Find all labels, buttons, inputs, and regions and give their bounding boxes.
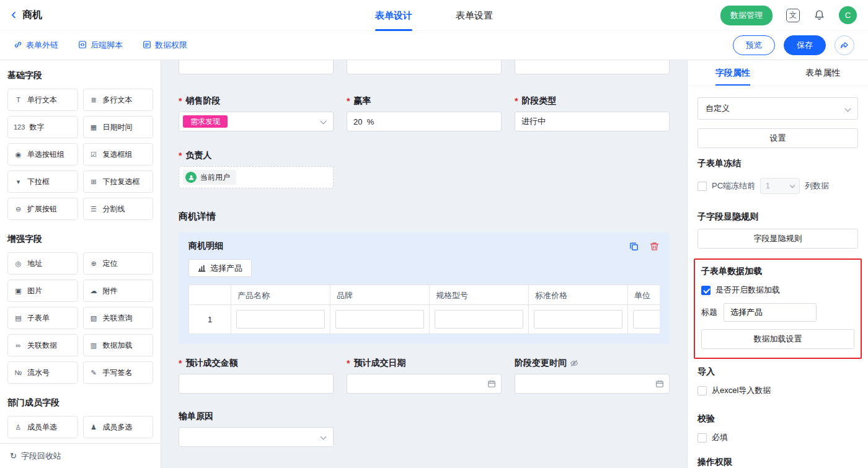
eye-off-icon: [570, 359, 578, 368]
stage-change-time-input[interactable]: [515, 374, 670, 394]
field-number[interactable]: 123数字: [7, 116, 78, 138]
field-divider[interactable]: ☰分割线: [83, 198, 154, 220]
back-icon[interactable]: ‹: [11, 7, 16, 22]
field-recycle-bin[interactable]: ↻ 字段回收站: [0, 443, 161, 468]
field-address[interactable]: ◎地址: [7, 252, 78, 275]
field-label: 阶段类型: [515, 95, 670, 107]
subform-card-selected[interactable]: 商机明细 选择产品 产品名称 品牌 规格型号: [179, 232, 670, 344]
field-serial-number[interactable]: №流水号: [7, 361, 78, 384]
table-cell: [430, 305, 529, 333]
validate-section-title: 校验: [698, 413, 858, 425]
cell-input-product-name[interactable]: [236, 310, 325, 329]
clipped-input[interactable]: [515, 60, 670, 74]
tab-form-properties[interactable]: 表单属性: [778, 60, 868, 86]
backend-script-link[interactable]: 后端脚本: [78, 40, 123, 51]
field-single-line-text[interactable]: T单行文本: [7, 89, 78, 111]
field-checkbox-group[interactable]: ☑复选框组: [83, 143, 154, 166]
stage-type-field[interactable]: 阶段类型: [515, 95, 670, 131]
lose-reason-field[interactable]: 输单原因: [179, 411, 334, 447]
field-label: 负责人: [179, 150, 334, 161]
visibility-section-title: 子字段显隐规则: [698, 211, 858, 223]
field-select[interactable]: ▾下拉框: [7, 170, 78, 193]
freeze-count-select[interactable]: 1: [760, 178, 800, 194]
expected-amount-input[interactable]: [179, 374, 334, 394]
table-cell: [529, 305, 628, 333]
field-label: 输单原因: [179, 411, 334, 422]
current-user-tag: 当前用户: [183, 170, 236, 185]
expected-amount-field[interactable]: 预计成交金额: [179, 358, 334, 394]
cell-input-brand[interactable]: [335, 310, 424, 329]
bell-icon[interactable]: [813, 9, 825, 21]
share-button[interactable]: [835, 35, 854, 55]
app-header: ‹ 商机 表单设计 表单设置 数据管理 文 C: [0, 0, 868, 31]
data-load-enable-checkbox[interactable]: [701, 286, 711, 295]
data-load-setting-button[interactable]: 数据加载设置: [701, 329, 854, 349]
preview-button[interactable]: 预览: [733, 35, 775, 55]
save-button[interactable]: 保存: [784, 35, 826, 55]
lose-reason-select[interactable]: [179, 427, 334, 447]
calendar-icon: ▦: [89, 123, 99, 131]
field-signature[interactable]: ✎手写签名: [83, 361, 154, 384]
expected-date-input[interactable]: [347, 374, 502, 394]
translate-icon[interactable]: 文: [786, 9, 800, 22]
text-multi-icon: ≣: [89, 96, 99, 104]
required-checkbox[interactable]: [698, 433, 707, 443]
cell-input-spec[interactable]: [435, 310, 523, 329]
field-subform[interactable]: ▤子表单: [7, 307, 78, 329]
section-title-basic: 基础字段: [7, 70, 153, 81]
clipped-input[interactable]: [347, 60, 502, 74]
cell-input-unit[interactable]: [633, 310, 660, 329]
trash-icon[interactable]: [649, 241, 660, 252]
copy-icon[interactable]: [629, 241, 639, 252]
section-title-enhanced: 增强字段: [7, 234, 153, 245]
field-attachment[interactable]: ☁附件: [83, 280, 154, 302]
clipped-input[interactable]: [179, 60, 334, 74]
form-canvas: 销售阶段 需求发现 赢率 阶段类型 负责人: [161, 60, 687, 468]
expected-date-field[interactable]: 预计成交日期: [347, 358, 502, 394]
field-datetime[interactable]: ▦日期时间: [83, 116, 154, 138]
tab-field-properties[interactable]: 字段属性: [688, 60, 778, 86]
win-rate-input[interactable]: [347, 112, 502, 131]
field-member-single[interactable]: ♙成员单选: [7, 416, 78, 438]
excel-import-checkbox[interactable]: [698, 386, 707, 395]
select-product-button[interactable]: 选择产品: [188, 259, 252, 277]
field-label: 销售阶段: [179, 95, 334, 107]
visibility-rule-button[interactable]: 字段显隐规则: [698, 229, 858, 249]
data-permission-link[interactable]: 数据权限: [143, 40, 187, 51]
field-data-load[interactable]: ▥数据加载: [83, 334, 154, 356]
tab-form-settings[interactable]: 表单设置: [456, 0, 493, 31]
owner-field[interactable]: 负责人 当前用户: [179, 150, 334, 188]
form-external-link[interactable]: 表单外链: [14, 40, 58, 51]
column-header: 单位: [628, 285, 660, 305]
win-rate-field[interactable]: 赢率: [347, 95, 502, 131]
stage-type-input[interactable]: [515, 112, 670, 131]
data-load-title-input[interactable]: [724, 303, 817, 322]
column-header-index: [189, 285, 231, 305]
stage-change-time-field[interactable]: 阶段变更时间: [515, 358, 670, 394]
field-location[interactable]: ⊕定位: [83, 252, 154, 275]
column-header: 标准价格: [529, 285, 628, 305]
number-icon: 123: [14, 123, 25, 131]
field-extend-button[interactable]: ⊖扩展按钮: [7, 198, 78, 220]
cell-input-price[interactable]: [534, 310, 622, 329]
avatar[interactable]: C: [839, 6, 857, 24]
field-multi-select[interactable]: ⊞下拉复选框: [83, 170, 154, 193]
column-header: 规格型号: [430, 285, 529, 305]
field-multi-line-text[interactable]: ≣多行文本: [83, 89, 154, 111]
freeze-checkbox[interactable]: [698, 182, 707, 191]
column-header: 品牌: [330, 285, 430, 305]
tab-form-design[interactable]: 表单设计: [375, 0, 412, 31]
title-setting-button[interactable]: 设置: [698, 128, 858, 148]
field-member-multi[interactable]: ♟成员多选: [83, 416, 154, 438]
dropdown-multi-icon: ⊞: [89, 178, 99, 186]
title-mode-select[interactable]: 自定义: [698, 97, 858, 120]
data-manage-button[interactable]: 数据管理: [720, 6, 773, 25]
sales-stage-select[interactable]: 需求发现: [179, 112, 334, 131]
sales-stage-field[interactable]: 销售阶段 需求发现: [179, 95, 334, 131]
field-linked-query[interactable]: ▧关联查询: [83, 307, 154, 329]
owner-picker[interactable]: 当前用户: [179, 166, 334, 188]
field-radio-group[interactable]: ◉单选按钮组: [7, 143, 78, 166]
field-linked-data[interactable]: ∞关联数据: [7, 334, 78, 356]
clipped-field-row: [179, 60, 670, 74]
field-image[interactable]: ▣图片: [7, 280, 78, 302]
